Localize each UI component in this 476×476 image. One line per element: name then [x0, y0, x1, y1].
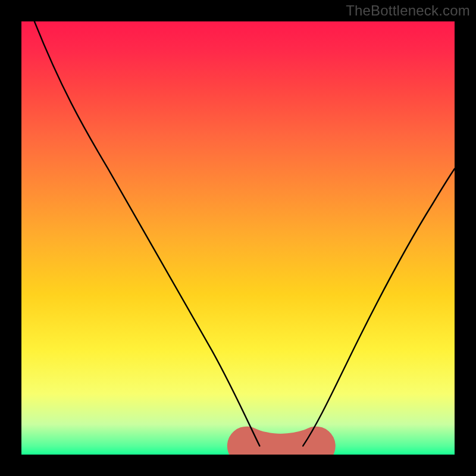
- watermark-text: TheBottleneck.com: [346, 2, 470, 19]
- right-arm-path: [303, 169, 455, 446]
- plot-area: [21, 21, 455, 455]
- chart-frame: TheBottleneck.com: [0, 0, 476, 476]
- left-arm-path: [35, 21, 260, 446]
- valley-band-path-thick: [247, 446, 316, 453]
- curve-layer: [21, 21, 455, 455]
